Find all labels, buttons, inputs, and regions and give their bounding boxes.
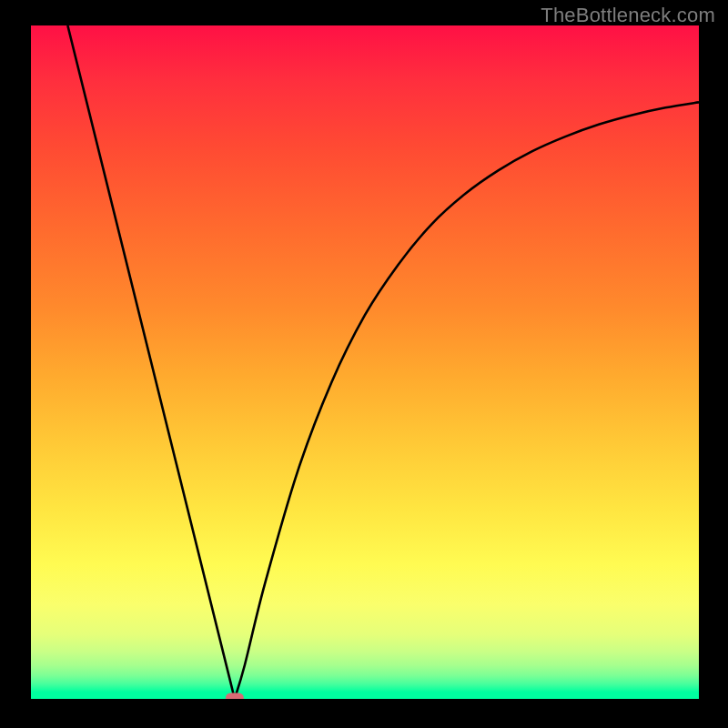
watermark-label: TheBottleneck.com: [541, 4, 715, 27]
min-marker-icon: [226, 693, 244, 700]
chart-container: TheBottleneck.com: [0, 0, 728, 728]
plot-area: [31, 25, 699, 699]
bottleneck-curve: [67, 25, 699, 699]
curve-svg: [31, 25, 699, 699]
